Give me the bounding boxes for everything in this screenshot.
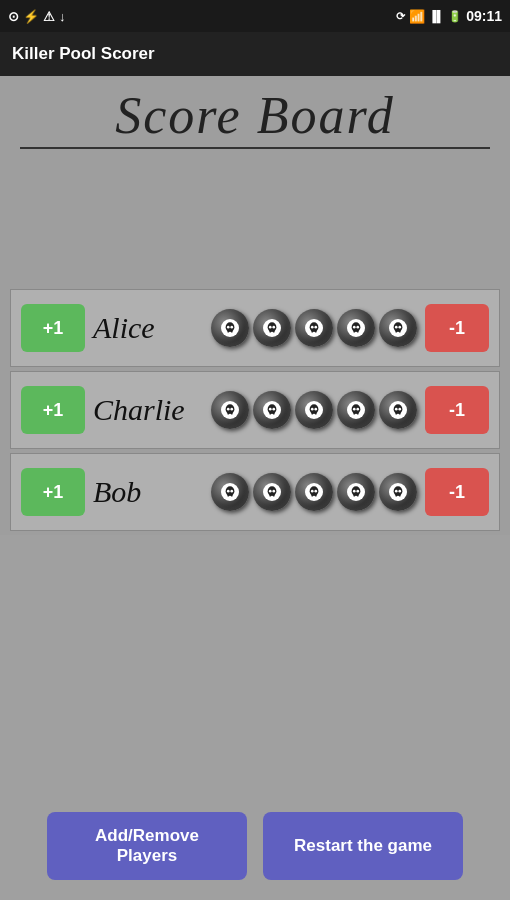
- svg-rect-2: [231, 331, 233, 333]
- svg-rect-32: [273, 413, 275, 415]
- svg-rect-6: [269, 331, 271, 333]
- svg-point-18: [353, 326, 356, 329]
- lives-charlie: [211, 391, 417, 429]
- lives-bob: [211, 473, 417, 511]
- wifi-icon: 📶: [409, 9, 425, 24]
- svg-point-38: [311, 408, 314, 411]
- svg-rect-36: [311, 413, 313, 415]
- player-name-charlie: Charlie: [93, 393, 203, 427]
- life-ball-5: [379, 309, 417, 347]
- charlie-life-ball-1: [211, 391, 249, 429]
- svg-point-9: [272, 326, 275, 329]
- bob-life-ball-1: [211, 473, 249, 511]
- bob-life-ball-3: [295, 473, 333, 511]
- title-divider: [20, 147, 490, 149]
- svg-rect-57: [273, 495, 275, 497]
- bob-life-ball-2: [253, 473, 291, 511]
- bob-life-ball-5: [379, 473, 417, 511]
- svg-point-3: [227, 326, 230, 329]
- charlie-life-ball-3: [295, 391, 333, 429]
- svg-point-13: [311, 326, 314, 329]
- sim-icon: ▐▌: [429, 10, 445, 22]
- svg-point-14: [314, 326, 317, 329]
- svg-rect-41: [353, 413, 355, 415]
- svg-rect-11: [311, 331, 313, 333]
- svg-rect-17: [357, 331, 359, 333]
- svg-rect-47: [399, 413, 401, 415]
- main-content: Score Board +1 Alice -1 +1 Charlie: [0, 76, 510, 535]
- life-ball-2: [253, 309, 291, 347]
- svg-rect-61: [311, 495, 313, 497]
- plus-button-charlie[interactable]: +1: [21, 386, 85, 434]
- minus-button-alice[interactable]: -1: [425, 304, 489, 352]
- svg-point-64: [314, 490, 317, 493]
- warning-icon: ⚠: [43, 9, 55, 24]
- charlie-life-ball-4: [337, 391, 375, 429]
- charlie-life-ball-5: [379, 391, 417, 429]
- svg-rect-51: [227, 495, 229, 497]
- svg-rect-31: [269, 413, 271, 415]
- svg-point-24: [398, 326, 401, 329]
- plus-button-bob[interactable]: +1: [21, 468, 85, 516]
- life-ball-1: [211, 309, 249, 347]
- svg-point-33: [269, 408, 272, 411]
- svg-point-73: [395, 490, 398, 493]
- svg-rect-7: [273, 331, 275, 333]
- status-bar: ⊙ ⚡ ⚠ ↓ ⟳ 📶 ▐▌ 🔋 09:11: [0, 0, 510, 32]
- svg-point-74: [398, 490, 401, 493]
- svg-rect-37: [315, 413, 317, 415]
- svg-rect-66: [353, 495, 355, 497]
- bottom-buttons: Add/Remove Players Restart the game: [0, 812, 510, 880]
- player-row-alice: +1 Alice -1: [10, 289, 500, 367]
- svg-rect-62: [315, 495, 317, 497]
- status-icons-left: ⊙ ⚡ ⚠ ↓: [8, 9, 66, 24]
- plus-button-alice[interactable]: +1: [21, 304, 85, 352]
- svg-rect-71: [395, 495, 397, 497]
- svg-point-59: [272, 490, 275, 493]
- charlie-life-ball-2: [253, 391, 291, 429]
- svg-point-68: [353, 490, 356, 493]
- svg-point-48: [395, 408, 398, 411]
- bob-life-ball-4: [337, 473, 375, 511]
- svg-rect-1: [227, 331, 229, 333]
- player-row-bob: +1 Bob -1: [10, 453, 500, 531]
- download-icon: ↓: [59, 9, 66, 24]
- app-title-bar: Killer Pool Scorer: [0, 32, 510, 76]
- status-time: 09:11: [466, 8, 502, 24]
- svg-point-28: [227, 408, 230, 411]
- svg-point-43: [353, 408, 356, 411]
- svg-point-53: [227, 490, 230, 493]
- minus-button-bob[interactable]: -1: [425, 468, 489, 516]
- life-ball-3: [295, 309, 333, 347]
- battery-icon: 🔋: [448, 10, 462, 23]
- svg-rect-26: [227, 413, 229, 415]
- svg-point-49: [398, 408, 401, 411]
- svg-point-23: [395, 326, 398, 329]
- life-ball-4: [337, 309, 375, 347]
- svg-rect-42: [357, 413, 359, 415]
- add-remove-players-button[interactable]: Add/Remove Players: [47, 812, 247, 880]
- scoreboard-heading: Score Board: [115, 86, 395, 145]
- svg-point-63: [311, 490, 314, 493]
- svg-rect-16: [353, 331, 355, 333]
- svg-rect-52: [231, 495, 233, 497]
- svg-point-58: [269, 490, 272, 493]
- svg-rect-56: [269, 495, 271, 497]
- svg-point-8: [269, 326, 272, 329]
- minus-button-charlie[interactable]: -1: [425, 386, 489, 434]
- svg-rect-72: [399, 495, 401, 497]
- svg-point-19: [356, 326, 359, 329]
- player-name-bob: Bob: [93, 475, 203, 509]
- lives-alice: [211, 309, 417, 347]
- svg-rect-46: [395, 413, 397, 415]
- svg-point-29: [230, 408, 233, 411]
- app-title: Killer Pool Scorer: [12, 44, 155, 64]
- svg-point-4: [230, 326, 233, 329]
- svg-point-69: [356, 490, 359, 493]
- player-row-charlie: +1 Charlie -1: [10, 371, 500, 449]
- restart-game-button[interactable]: Restart the game: [263, 812, 463, 880]
- svg-point-44: [356, 408, 359, 411]
- rotate-icon: ⟳: [396, 10, 405, 23]
- svg-point-34: [272, 408, 275, 411]
- player-name-alice: Alice: [93, 311, 203, 345]
